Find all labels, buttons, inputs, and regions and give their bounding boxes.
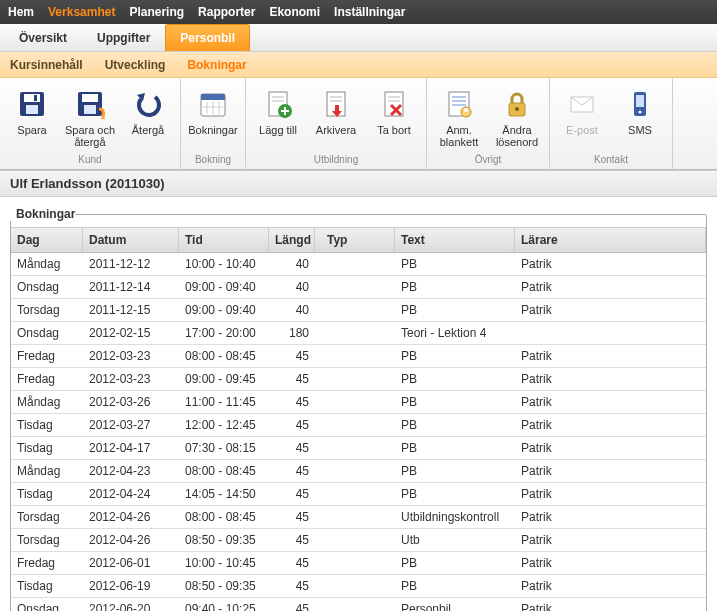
- ribbon-group-kontakt: E-postSMSKontakt: [550, 78, 673, 169]
- svg-rect-6: [84, 105, 96, 114]
- cell: Utbildningskontroll: [395, 506, 515, 528]
- tab-bar: ÖversiktUppgifterPersonbil: [0, 24, 717, 52]
- table-row[interactable]: Tisdag2012-04-2414:05 - 14:5045PBPatrik: [11, 483, 706, 506]
- svg-rect-1: [24, 94, 40, 102]
- cell: 08:50 - 09:35: [179, 575, 269, 597]
- sms-button[interactable]: SMS: [612, 84, 668, 152]
- column-header-tid[interactable]: Tid: [179, 228, 269, 252]
- cell: 45: [269, 552, 315, 574]
- table-row[interactable]: Fredag2012-06-0110:00 - 10:4545PBPatrik: [11, 552, 706, 575]
- cell: 2012-06-19: [83, 575, 179, 597]
- menu-item-hem[interactable]: Hem: [8, 5, 34, 19]
- cell: Patrik: [515, 299, 706, 321]
- column-header-datum[interactable]: Datum: [83, 228, 179, 252]
- cell: Personbil: [395, 598, 515, 611]
- cell: Patrik: [515, 598, 706, 611]
- subtab-bokningar[interactable]: Bokningar: [187, 58, 246, 72]
- cell: PB: [395, 552, 515, 574]
- change-password-button[interactable]: Ändra lösenord: [489, 84, 545, 152]
- table-row[interactable]: Onsdag2012-06-2009:40 - 10:2545Personbil…: [11, 598, 706, 611]
- cell: [315, 529, 395, 551]
- tab-översikt[interactable]: Översikt: [4, 24, 82, 51]
- ribbon-group-label: Övrigt: [475, 154, 502, 167]
- cell: [315, 437, 395, 459]
- ribbon-group-övrigt: Anm. blankettÄndra lösenordÖvrigt: [427, 78, 550, 169]
- cell: Patrik: [515, 575, 706, 597]
- table-row[interactable]: Måndag2012-04-2308:00 - 08:4545PBPatrik: [11, 460, 706, 483]
- subtab-kursinnehåll[interactable]: Kursinnehåll: [10, 58, 83, 72]
- svg-point-32: [464, 108, 468, 112]
- column-header-text[interactable]: Text: [395, 228, 515, 252]
- cell: Patrik: [515, 345, 706, 367]
- menu-item-ekonomi[interactable]: Ekonomi: [269, 5, 320, 19]
- cell: Patrik: [515, 460, 706, 482]
- cell: PB: [395, 437, 515, 459]
- cell: Patrik: [515, 506, 706, 528]
- lock-icon: [501, 88, 533, 120]
- save-button[interactable]: Spara: [4, 84, 60, 152]
- cell: [315, 598, 395, 611]
- cell: PB: [395, 414, 515, 436]
- return-button[interactable]: Återgå: [120, 84, 176, 152]
- table-row[interactable]: Torsdag2012-04-2608:00 - 08:4545Utbildni…: [11, 506, 706, 529]
- table-row[interactable]: Tisdag2012-04-1707:30 - 08:1545PBPatrik: [11, 437, 706, 460]
- cell: 09:00 - 09:45: [179, 368, 269, 390]
- add-button[interactable]: Lägg till: [250, 84, 306, 152]
- menu-item-rapporter[interactable]: Rapporter: [198, 5, 255, 19]
- svg-point-38: [639, 111, 642, 114]
- cell: 14:05 - 14:50: [179, 483, 269, 505]
- column-header-lärare[interactable]: Lärare: [515, 228, 706, 252]
- column-header-typ[interactable]: Typ: [315, 228, 395, 252]
- table-row[interactable]: Fredag2012-03-2309:00 - 09:4545PBPatrik: [11, 368, 706, 391]
- grid-title: Bokningar: [10, 207, 75, 221]
- cell: 2011-12-15: [83, 299, 179, 321]
- table-row[interactable]: Onsdag2011-12-1409:00 - 09:4040PBPatrik: [11, 276, 706, 299]
- table-row[interactable]: Tisdag2012-03-2712:00 - 12:4545PBPatrik: [11, 414, 706, 437]
- table-row[interactable]: Tisdag2012-06-1908:50 - 09:3545PBPatrik: [11, 575, 706, 598]
- tab-personbil[interactable]: Personbil: [165, 24, 250, 51]
- table-row[interactable]: Onsdag2012-02-1517:00 - 20:00180Teori - …: [11, 322, 706, 345]
- column-header-längd[interactable]: Längd: [269, 228, 315, 252]
- table-row[interactable]: Torsdag2011-12-1509:00 - 09:4040PBPatrik: [11, 299, 706, 322]
- cell: 2011-12-12: [83, 253, 179, 275]
- ribbon-group-utbildning: Lägg tillArkiveraTa bortUtbildning: [246, 78, 427, 169]
- save-return-button[interactable]: Spara och återgå: [62, 84, 118, 152]
- cell: 45: [269, 598, 315, 611]
- undo-icon: [132, 88, 164, 120]
- column-header-dag[interactable]: Dag: [11, 228, 83, 252]
- form-button[interactable]: Anm. blankett: [431, 84, 487, 152]
- cell: Tisdag: [11, 414, 83, 436]
- grid-body: Måndag2011-12-1210:00 - 10:4040PBPatrikO…: [11, 253, 706, 611]
- cell: Fredag: [11, 345, 83, 367]
- cell: [315, 414, 395, 436]
- cell: Patrik: [515, 529, 706, 551]
- cell: Patrik: [515, 391, 706, 413]
- menu-item-planering[interactable]: Planering: [129, 5, 184, 19]
- bookings-button-label: Bokningar: [188, 124, 238, 148]
- menu-item-verksamhet[interactable]: Verksamhet: [48, 5, 115, 19]
- bookings-button[interactable]: Bokningar: [185, 84, 241, 152]
- cell: 10:00 - 10:40: [179, 253, 269, 275]
- subtab-utveckling[interactable]: Utveckling: [105, 58, 166, 72]
- cell: 08:00 - 08:45: [179, 506, 269, 528]
- delete-button[interactable]: Ta bort: [366, 84, 422, 152]
- svg-rect-37: [636, 95, 644, 107]
- cell: Teori - Lektion 4: [395, 322, 515, 344]
- cell: Patrik: [515, 437, 706, 459]
- cell: 2012-04-24: [83, 483, 179, 505]
- cell: 09:40 - 10:25: [179, 598, 269, 611]
- archive-button[interactable]: Arkivera: [308, 84, 364, 152]
- cell: 07:30 - 08:15: [179, 437, 269, 459]
- cell: PB: [395, 575, 515, 597]
- table-row[interactable]: Måndag2011-12-1210:00 - 10:4040PBPatrik: [11, 253, 706, 276]
- tab-uppgifter[interactable]: Uppgifter: [82, 24, 165, 51]
- table-row[interactable]: Fredag2012-03-2308:00 - 08:4545PBPatrik: [11, 345, 706, 368]
- table-row[interactable]: Torsdag2012-04-2608:50 - 09:3545UtbPatri…: [11, 529, 706, 552]
- cell: PB: [395, 391, 515, 413]
- cell: Torsdag: [11, 506, 83, 528]
- menu-item-inställningar[interactable]: Inställningar: [334, 5, 405, 19]
- cell: 2012-04-26: [83, 529, 179, 551]
- ribbon-group-label: Kund: [78, 154, 101, 167]
- svg-rect-2: [26, 105, 38, 114]
- table-row[interactable]: Måndag2012-03-2611:00 - 11:4545PBPatrik: [11, 391, 706, 414]
